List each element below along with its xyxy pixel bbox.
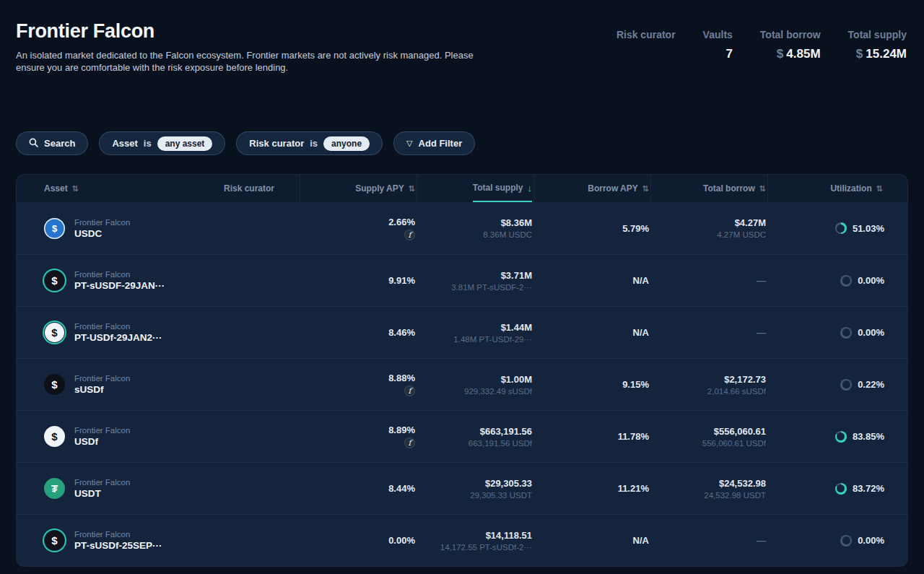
token-icon: $ — [45, 271, 64, 290]
asset-symbol: PT-USDf-29JAN2··· — [74, 332, 162, 343]
utilization-ring — [840, 379, 852, 391]
falcon-reward-icon: f — [404, 230, 415, 240]
total-supply-asset-amount: 663,191.56 USDf — [468, 439, 532, 448]
search-button[interactable]: Search — [16, 131, 88, 155]
market-row[interactable]: $ Frontier Falcon sUSDf 8.88% f $1.00M 9… — [17, 358, 907, 410]
borrow-apy-cell: 9.15% — [533, 379, 650, 390]
total-borrow-usd: $2,172.73 — [724, 374, 766, 385]
supply-apy-cell: 8.89% f — [300, 425, 417, 448]
sort-icon: ⇅ — [642, 184, 649, 193]
total-borrow-usd: — — [757, 535, 766, 546]
total-borrow-usd: — — [757, 275, 766, 286]
asset-filter-value-chip[interactable]: any asset — [157, 136, 213, 151]
total-borrow-usd: $24,532.98 — [719, 478, 766, 489]
utilization-value: 0.22% — [858, 379, 884, 390]
total-supply-usd: $8.36M — [501, 217, 532, 228]
total-borrow-cell: $2,172.73 2,014.66 sUSDf — [650, 374, 767, 396]
stat-value: 7 — [703, 47, 733, 61]
borrow-apy-cell: N/A — [533, 327, 650, 338]
market-row[interactable]: $ Frontier Falcon PT-sUSDf-25SEP··· 0.00… — [17, 514, 907, 566]
asset-filter[interactable]: Asset is any asset — [99, 131, 225, 155]
market-name: Frontier Falcon — [74, 270, 165, 279]
market-name: Frontier Falcon — [74, 322, 162, 331]
stat-risk-curator: Risk curator — [616, 29, 676, 61]
market-row[interactable]: $ Frontier Falcon PT-sUSDF-29JAN··· 9.91… — [17, 254, 907, 306]
curator-filter-value-chip[interactable]: anyone — [323, 136, 370, 151]
page-description: An isolated market dedicated to the Falc… — [16, 49, 492, 74]
asset-names: Frontier Falcon sUSDf — [74, 374, 130, 395]
table-body: $ Frontier Falcon USDC 2.66% f $8.36M 8.… — [17, 202, 907, 566]
asset-names: Frontier Falcon PT-USDf-29JAN2··· — [74, 322, 162, 343]
utilization-cell: 83.72% — [767, 483, 884, 495]
column-header-total-supply[interactable]: Total supply↓ — [417, 175, 533, 202]
asset-symbol: USDC — [74, 228, 130, 239]
column-header-total-borrow[interactable]: Total borrow⇅ — [650, 175, 767, 202]
market-row[interactable]: ₮ Frontier Falcon USDT 8.44% f $29,305.3… — [17, 462, 907, 514]
borrow-apy-value: N/A — [633, 327, 649, 338]
falcon-reward-icon: f — [404, 386, 415, 396]
total-borrow-asset-amount: 556,060.61 USDf — [702, 439, 766, 448]
utilization-cell: 0.00% — [767, 275, 884, 287]
total-supply-asset-amount: 929,332.49 sUSDf — [464, 387, 532, 396]
supply-apy-cell: 9.91% f — [300, 275, 417, 286]
risk-curator-filter[interactable]: Risk curator is anyone — [236, 131, 383, 155]
borrow-apy-cell: 11.21% — [533, 483, 650, 494]
utilization-ring — [835, 222, 847, 234]
sort-icon: ⇅ — [72, 184, 79, 193]
token-icon: $ — [44, 218, 65, 239]
falcon-reward-icon: f — [404, 438, 415, 448]
column-header-risk-curator: Risk curator — [199, 175, 300, 202]
column-header-borrow-apy[interactable]: Borrow APY⇅ — [533, 175, 650, 202]
token-icon: $ — [44, 374, 65, 395]
asset-names: Frontier Falcon USDT — [74, 478, 130, 499]
column-header-supply-apy[interactable]: Supply APY⇅ — [300, 175, 417, 202]
title-block: Frontier Falcon An isolated market dedic… — [16, 20, 492, 74]
market-name: Frontier Falcon — [74, 426, 130, 435]
sort-icon: ⇅ — [409, 184, 415, 193]
asset-cell: $ Frontier Falcon USDC — [40, 218, 199, 239]
utilization-ring — [835, 483, 847, 495]
total-supply-asset-amount: 8.36M USDC — [483, 230, 532, 239]
total-borrow-cell: $24,532.98 24,532.98 USDT — [650, 478, 767, 500]
supply-apy-cell: 8.88% f — [300, 373, 417, 396]
supply-apy-cell: 0.00% f — [300, 535, 417, 546]
total-supply-usd: $1.44M — [501, 322, 532, 333]
asset-cell: $ Frontier Falcon USDf — [40, 426, 199, 447]
token-icon: $ — [45, 531, 64, 550]
filter-bar: Search Asset is any asset Risk curator i… — [16, 131, 908, 155]
total-supply-cell: $1.44M 1.48M PT-USDf-29··· — [417, 322, 533, 344]
add-filter-button[interactable]: ▽ Add Filter — [393, 131, 475, 155]
total-borrow-cell: $556,060.61 556,060.61 USDf — [650, 426, 767, 448]
asset-symbol: PT-sUSDF-29JAN··· — [74, 280, 165, 291]
utilization-cell: 0.00% — [767, 535, 884, 547]
total-supply-cell: $8.36M 8.36M USDC — [417, 217, 533, 239]
asset-symbol: USDT — [74, 488, 130, 499]
borrow-apy-value: 9.15% — [622, 379, 649, 390]
total-supply-cell: $1.00M 929,332.49 sUSDf — [417, 374, 533, 396]
column-header-utilization[interactable]: Utilization⇅ — [767, 175, 884, 202]
total-borrow-asset-amount: 4.27M USDC — [717, 230, 766, 239]
curator-filter-label: Risk curator — [249, 138, 304, 149]
total-supply-usd: $3.71M — [501, 270, 532, 281]
utilization-value: 83.85% — [853, 431, 884, 442]
supply-apy-cell: 2.66% f — [300, 217, 417, 240]
table-header: Asset⇅ Risk curator Supply APY⇅ Total su… — [17, 175, 907, 202]
utilization-value: 0.00% — [858, 327, 884, 338]
utilization-value: 0.00% — [858, 275, 884, 286]
stat-label: Total supply — [848, 29, 907, 40]
token-icon: $ — [45, 323, 64, 342]
market-row[interactable]: $ Frontier Falcon USDC 2.66% f $8.36M 8.… — [17, 202, 907, 254]
supply-apy-value: 8.88% — [388, 373, 415, 383]
supply-apy-value: 0.00% — [388, 535, 415, 546]
total-supply-usd: $29,305.33 — [485, 478, 532, 489]
market-name: Frontier Falcon — [74, 374, 130, 383]
column-header-asset[interactable]: Asset⇅ — [40, 175, 199, 202]
utilization-ring — [840, 275, 852, 287]
market-row[interactable]: $ Frontier Falcon USDf 8.89% f $663,191.… — [17, 410, 907, 462]
search-label: Search — [44, 138, 75, 149]
total-borrow-asset-amount: 24,532.98 USDT — [704, 491, 766, 500]
asset-symbol: USDf — [74, 436, 130, 447]
market-row[interactable]: $ Frontier Falcon PT-USDf-29JAN2··· 8.46… — [17, 306, 907, 358]
borrow-apy-value: 11.78% — [618, 431, 649, 442]
supply-apy-value: 9.91% — [388, 275, 415, 286]
